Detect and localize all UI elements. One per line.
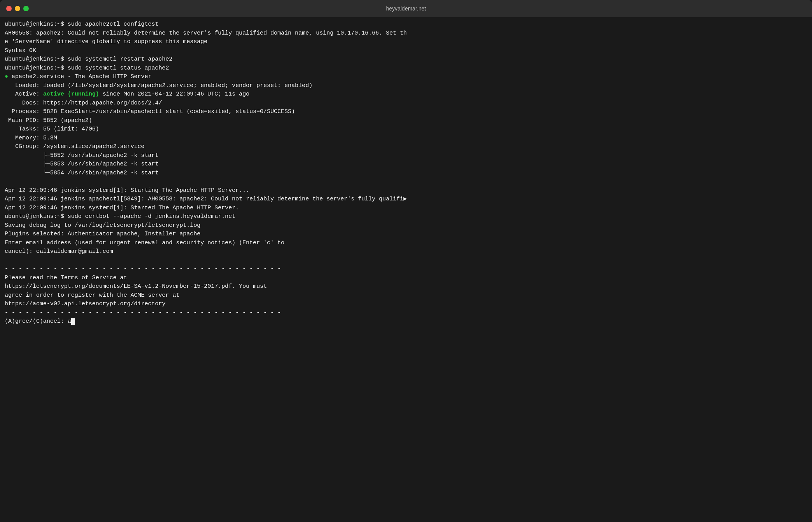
overflow-indicator: ▶ [403,196,407,202]
prompt-text: ubuntu@jenkins:~$ [5,56,68,63]
terminal-line: Apr 12 22:09:46 jenkins systemd[1]: Star… [5,186,807,195]
terminal-line: https://letsencrypt.org/documents/LE-SA-… [5,282,807,291]
command-text: sudo apache2ctl configtest [68,21,159,28]
terminal-line: AH00558: apache2: Could not reliably det… [5,29,807,38]
terminal-line: https://acme-v02.api.letsencrypt.org/dir… [5,300,807,309]
blank-line [5,177,807,186]
command-text: sudo systemctl status apache2 [68,65,169,71]
terminal-line: - - - - - - - - - - - - - - - - - - - - … [5,309,807,318]
terminal-line: Enter email address (used for urgent ren… [5,239,807,248]
terminal-line: Please read the Terms of Service at [5,274,807,283]
titlebar: heyvaldemar.net [0,0,812,17]
terminal-line: ubuntu@jenkins:~$ sudo certbot --apache … [5,212,807,221]
terminal-line: e 'ServerName' directive globally to sup… [5,38,807,47]
terminal-line: └─5854 /usr/sbin/apache2 -k start [5,169,807,178]
cursor [71,318,75,325]
terminal-line: Syntax OK [5,47,807,56]
terminal-line: ubuntu@jenkins:~$ sudo apache2ctl config… [5,20,807,29]
window-title: heyvaldemar.net [386,5,426,12]
terminal-line: Process: 5828 ExecStart=/usr/sbin/apache… [5,108,807,117]
blank-line [5,256,807,265]
maximize-button[interactable] [23,6,29,11]
terminal-window: heyvaldemar.net ubuntu@jenkins:~$ sudo a… [0,0,812,522]
terminal-line: ● apache2.service - The Apache HTTP Serv… [5,73,807,82]
terminal-line: (A)gree/(C)ancel: a [5,317,807,326]
prompt-text: ubuntu@jenkins:~$ [5,21,68,28]
green-dot: ● [5,73,12,80]
terminal-line: ├─5852 /usr/sbin/apache2 -k start [5,151,807,160]
minimize-button[interactable] [15,6,20,11]
terminal-line: agree in order to register with the ACME… [5,291,807,300]
terminal-line: Loaded: loaded (/lib/systemd/system/apac… [5,82,807,90]
prompt-text: ubuntu@jenkins:~$ [5,65,68,71]
terminal-line: - - - - - - - - - - - - - - - - - - - - … [5,265,807,274]
terminal-line: Plugins selected: Authenticator apache, … [5,230,807,239]
prompt-text: ubuntu@jenkins:~$ [5,213,68,220]
active-status: active (running) [43,91,99,97]
command-text: sudo systemctl restart apache2 [68,56,173,63]
terminal-line: Apr 12 22:09:46 jenkins apachectl[5849]:… [5,195,807,204]
terminal-line: Main PID: 5852 (apache2) [5,117,807,125]
terminal-line: ├─5853 /usr/sbin/apache2 -k start [5,160,807,169]
traffic-lights [6,6,29,11]
terminal-line: cancel): callvaldemar@gmail.com [5,247,807,256]
terminal-line: Saving debug log to /var/log/letsencrypt… [5,221,807,230]
terminal-content[interactable]: ubuntu@jenkins:~$ sudo apache2ctl config… [0,17,812,522]
terminal-line: Active: active (running) since Mon 2021-… [5,90,807,99]
close-button[interactable] [6,6,12,11]
terminal-line: Docs: https://httpd.apache.org/docs/2.4/ [5,99,807,108]
terminal-line: CGroup: /system.slice/apache2.service [5,143,807,151]
terminal-line: ubuntu@jenkins:~$ sudo systemctl status … [5,64,807,73]
terminal-line: Tasks: 55 (limit: 4706) [5,125,807,134]
terminal-line: ubuntu@jenkins:~$ sudo systemctl restart… [5,55,807,64]
service-name: apache2.service - The Apache HTTP Server [12,73,152,80]
command-text: sudo certbot --apache -d jenkins.heyvald… [68,213,235,220]
terminal-line: Apr 12 22:09:46 jenkins systemd[1]: Star… [5,204,807,213]
terminal-line: Memory: 5.8M [5,134,807,143]
